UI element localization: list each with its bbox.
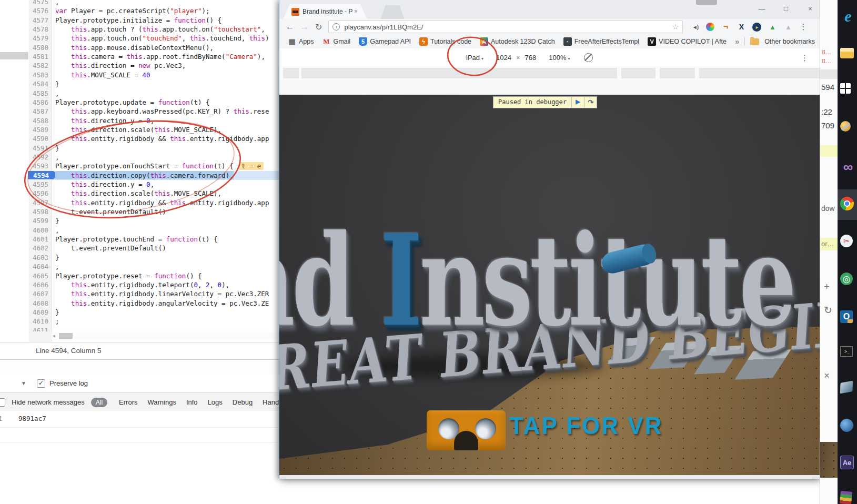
device-toolbar-menu-icon[interactable]: ⋮ — [801, 53, 809, 63]
line-number[interactable]: 4587 — [29, 107, 48, 115]
line-number[interactable]: 4594 — [28, 171, 58, 179]
code-text[interactable]: this.direction.y = 0, — [55, 116, 154, 125]
line-number[interactable]: 4578 — [29, 25, 48, 33]
x-crown-extension-icon[interactable]: X — [737, 22, 746, 32]
line-number[interactable]: 4581 — [29, 52, 48, 61]
line-number[interactable]: 4590 — [29, 134, 48, 143]
code-line[interactable]: 4594 this.direction.copy(this.camera.for… — [0, 171, 279, 180]
horizontal-scrollbar[interactable]: ◂ — [52, 332, 279, 340]
code-line[interactable]: 4600, — [0, 226, 279, 235]
line-number[interactable]: 4586 — [29, 98, 48, 106]
code-text[interactable]: Player.prototype.initialize = function()… — [55, 16, 221, 24]
bookmark-item[interactable]: ϟTutorials code — [419, 37, 471, 46]
code-line[interactable]: 4588 this.direction.y = 0, — [0, 116, 279, 126]
code-line[interactable]: 4584} — [0, 79, 279, 89]
code-line[interactable]: 4606 this.entity.rigidbody.teleport(0, 2… — [0, 280, 279, 290]
media-query-bar[interactable] — [279, 66, 820, 80]
code-line[interactable]: 4598 t.event.preventDefault() — [0, 207, 279, 217]
taskbar-3d-app-icon[interactable] — [840, 381, 853, 394]
close-window-button[interactable]: × — [802, 3, 818, 15]
code-text[interactable]: } — [55, 79, 59, 88]
line-number[interactable]: 4604 — [29, 262, 48, 270]
code-text[interactable]: Player.prototype.reset = function() { — [55, 271, 201, 280]
code-text[interactable]: } — [55, 308, 59, 316]
bookmark-item[interactable]: 5Gamepad API — [359, 37, 411, 46]
code-text[interactable]: , — [55, 153, 59, 161]
taskbar-cell[interactable] — [838, 189, 857, 220]
code-line[interactable]: 4590 this.entity.rigidbody && this.entit… — [0, 134, 279, 144]
filter-debug[interactable]: Debug — [233, 398, 253, 406]
line-number[interactable]: 4588 — [29, 116, 48, 125]
taskbar-cell[interactable] — [838, 76, 857, 106]
code-line[interactable]: 4611 — [0, 326, 279, 331]
code-line[interactable]: 4599} — [0, 216, 279, 226]
code-line[interactable]: 4586Player.prototype.update = function(t… — [0, 98, 279, 107]
taskbar-cell[interactable]: ∞ — [838, 152, 857, 182]
drive-disabled-extension-icon[interactable]: ▲ — [783, 22, 793, 32]
bookmark-item[interactable]: ▦Apps — [288, 37, 314, 46]
forward-button[interactable]: → — [300, 22, 309, 32]
code-line[interactable]: 4609} — [0, 308, 279, 317]
line-number[interactable]: 4584 — [29, 79, 48, 88]
filter-errors[interactable]: Errors — [119, 398, 137, 406]
taskbar-cell[interactable] — [838, 38, 857, 68]
line-number[interactable]: 4583 — [29, 70, 48, 79]
minimize-button[interactable]: — — [754, 3, 770, 15]
taskbar-visual-studio-icon[interactable]: ∞ — [840, 159, 856, 175]
bookmark-star-icon[interactable]: ☆ — [672, 23, 679, 31]
taskbar-atom-icon[interactable]: ◎ — [840, 273, 853, 285]
code-text[interactable]: Player.prototype.onTouchStart = function… — [55, 162, 264, 170]
line-number[interactable]: 4575 — [29, 0, 48, 6]
pipe-tool-extension-icon[interactable]: ¬ — [721, 22, 730, 32]
scrollbar-thumb[interactable] — [59, 333, 73, 339]
taskbar-cell[interactable]: ◎ — [838, 265, 857, 296]
code-text[interactable]: this.direction.scale(this.MOVE_SCALE), — [55, 125, 221, 134]
device-width-field[interactable]: 1024 — [496, 54, 511, 62]
other-bookmarks-button[interactable]: Other bookmarks — [764, 38, 815, 45]
code-text[interactable]: this.direction.copy(this.camera.forward)… — [55, 171, 234, 179]
code-text[interactable]: ; — [55, 317, 59, 325]
browser-menu-icon[interactable]: ⋮ — [799, 22, 807, 32]
color-wheel-extension-icon[interactable] — [706, 23, 714, 31]
taskbar-file-explorer-icon[interactable] — [840, 48, 854, 58]
address-bar[interactable]: i playcanv.as/p/r1LBQm2E/ ☆ — [328, 21, 683, 33]
code-line[interactable]: 4596 this.direction.scale(this.MOVE_SCAL… — [0, 189, 279, 198]
google-drive-extension-icon[interactable]: ▲ — [768, 22, 777, 32]
taskbar-cell[interactable] — [838, 114, 857, 144]
line-number[interactable]: 4601 — [29, 235, 48, 243]
code-text[interactable]: this.entity.rigidbody.angularVelocity = … — [55, 299, 269, 307]
line-number[interactable]: 4596 — [29, 189, 48, 197]
line-number[interactable]: 4607 — [29, 289, 48, 298]
code-text[interactable]: , — [55, 262, 59, 270]
globe-plane-extension-icon[interactable]: ▸ — [752, 23, 761, 32]
line-number[interactable]: 4610 — [29, 317, 48, 325]
line-number[interactable]: 4576 — [29, 6, 48, 15]
code-text[interactable]: , — [55, 226, 59, 234]
code-text[interactable]: t.event.preventDefault() — [55, 244, 166, 252]
taskbar-store-icon[interactable] — [840, 83, 851, 94]
taskbar-cell[interactable]: O — [838, 303, 857, 334]
line-number[interactable]: 4608 — [29, 299, 48, 307]
code-line[interactable]: 4601Player.prototype.touchEnd = function… — [0, 235, 279, 244]
rotate-device-icon[interactable] — [584, 53, 593, 62]
cardboard-vr-icon[interactable] — [427, 410, 506, 450]
code-text[interactable]: this.app.touch.on("touchEnd", this.touch… — [55, 34, 269, 42]
filter-info[interactable]: Info — [186, 398, 198, 406]
tap-for-vr-label[interactable]: TAP FOR VR — [509, 412, 663, 440]
taskbar-winrar-icon[interactable] — [840, 491, 852, 504]
taskbar-cell[interactable]: >_ — [838, 339, 857, 369]
line-number[interactable]: 4599 — [29, 216, 48, 225]
reload-button[interactable]: ↻ — [315, 22, 322, 32]
code-text[interactable]: } — [55, 253, 59, 261]
step-over-icon[interactable]: ↷ — [584, 97, 597, 108]
taskbar-outlook-icon[interactable]: O — [840, 310, 853, 323]
speaker-extension-icon[interactable]: ◄) — [690, 22, 700, 32]
line-number[interactable]: 4602 — [29, 244, 48, 252]
code-line[interactable]: 4591} — [0, 144, 279, 153]
filter-logs[interactable]: Logs — [208, 398, 223, 406]
taskbar-globe-app-icon[interactable] — [840, 419, 853, 432]
taskbar-cell[interactable] — [838, 484, 857, 504]
code-line[interactable]: 4603} — [0, 253, 279, 263]
code-line[interactable]: 4587 this.app.keyboard.wasPressed(pc.KEY… — [0, 107, 279, 116]
browser-tab[interactable]: Brand institute - PLAYCA × — [283, 4, 367, 19]
